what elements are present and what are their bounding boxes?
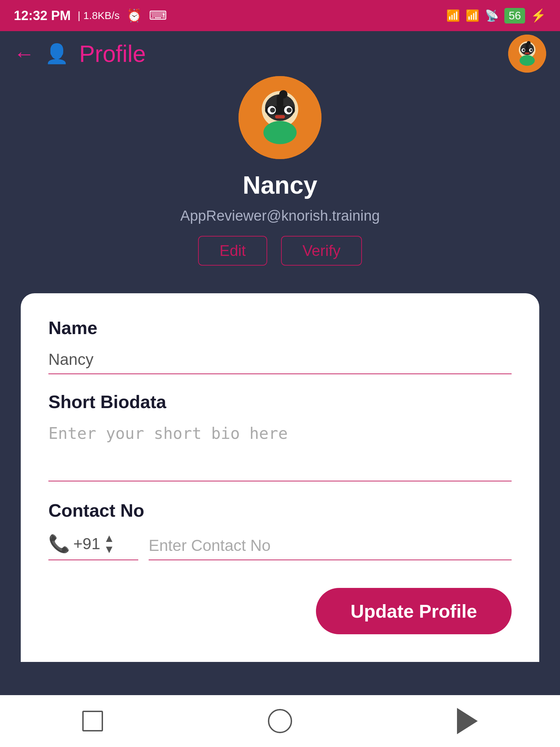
profile-avatar [239, 76, 321, 159]
person-icon: 👤 [45, 43, 69, 65]
message-icon: ⌨ [149, 8, 167, 23]
name-label: Name [48, 317, 512, 338]
contact-label: Contact No [48, 500, 512, 521]
battery-indicator: 56 [504, 8, 525, 24]
phone-icon: 📞 [48, 534, 70, 554]
svg-rect-8 [525, 53, 529, 54]
wifi-icon: 📡 [485, 9, 499, 22]
form-card: Name Short Biodata Contact No 📞 +91 ▲▼ U… [21, 293, 539, 662]
circle-icon [268, 709, 292, 733]
contact-row: 📞 +91 ▲▼ [48, 528, 512, 560]
bottom-nav [0, 695, 560, 747]
country-spinner[interactable]: ▲▼ [104, 533, 115, 555]
svg-point-7 [530, 49, 533, 52]
svg-point-6 [523, 49, 525, 52]
back-nav-button[interactable] [457, 708, 478, 734]
status-time: 12:32 PM [14, 8, 71, 23]
verify-button[interactable]: Verify [281, 236, 362, 266]
back-button[interactable]: ← [14, 42, 35, 66]
svg-point-19 [287, 108, 291, 112]
svg-point-23 [279, 90, 288, 99]
status-speed: | 1.8KB/s [78, 10, 120, 21]
svg-point-9 [520, 55, 535, 66]
triangle-icon [457, 708, 478, 734]
country-code: +91 [73, 534, 100, 553]
bio-input[interactable] [48, 419, 512, 481]
bio-label: Short Biodata [48, 391, 512, 412]
status-left: 12:32 PM | 1.8KB/s ⏰ ⌨ [14, 8, 167, 23]
svg-point-11 [527, 41, 531, 45]
page-title: Profile [79, 40, 146, 67]
svg-point-18 [270, 108, 275, 112]
svg-rect-20 [275, 115, 285, 119]
square-nav-button[interactable] [82, 711, 103, 731]
header-avatar[interactable] [508, 35, 546, 73]
svg-point-21 [263, 121, 297, 144]
alarm-icon: ⏰ [127, 8, 142, 23]
home-nav-button[interactable] [268, 709, 292, 733]
update-profile-button[interactable]: Update Profile [316, 588, 512, 634]
status-bar: 12:32 PM | 1.8KB/s ⏰ ⌨ 📶 📶 📡 56 ⚡ [0, 0, 560, 31]
signal2-icon: 📶 [466, 9, 479, 22]
nav-bar: ← 👤 Profile [0, 31, 560, 76]
profile-action-buttons: Edit Verify [198, 236, 362, 266]
signal-icon: 📶 [446, 9, 460, 22]
profile-header: Nancy AppReviewer@knorish.training Edit … [0, 76, 560, 293]
square-icon [82, 711, 103, 731]
contact-input[interactable] [149, 531, 512, 560]
charging-icon: ⚡ [531, 8, 546, 23]
edit-button[interactable]: Edit [198, 236, 267, 266]
name-input[interactable] [48, 345, 512, 374]
status-icons: 📶 📶 📡 56 ⚡ [446, 8, 546, 24]
phone-selector[interactable]: 📞 +91 ▲▼ [48, 528, 138, 560]
profile-name: Nancy [243, 171, 317, 199]
nav-left: ← 👤 Profile [14, 40, 146, 67]
profile-email: AppReviewer@knorish.training [180, 208, 380, 224]
